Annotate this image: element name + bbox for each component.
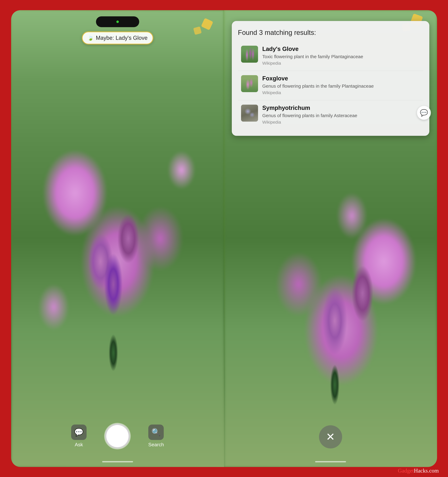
result-name-foxglove: Foxglove <box>262 75 420 82</box>
feedback-button[interactable]: 💬 <box>417 106 431 120</box>
ask-label: Ask <box>75 442 83 447</box>
search-button[interactable]: 🔍 Search <box>148 424 164 447</box>
results-title: Found 3 matching results: <box>238 29 423 36</box>
result-item-ladys-glove[interactable]: Lady's Glove Toxic flowering plant in th… <box>238 42 423 69</box>
close-icon: ✕ <box>326 430 335 443</box>
thumb-foxglove <box>241 75 258 92</box>
home-indicator-left <box>102 461 133 462</box>
watermark: GadgetHacks.com <box>398 467 439 474</box>
notch-dot <box>116 21 119 23</box>
maybe-text: Maybe: Lady's Glove <box>96 35 148 41</box>
flower-overlay-left <box>11 10 224 467</box>
ask-button[interactable]: 💬 Ask <box>71 424 87 447</box>
search-label: Search <box>148 442 164 447</box>
home-indicator-right <box>315 461 346 462</box>
screens-wrapper: 🍃 Maybe: Lady's Glove 💬 Ask 🔍 Search <box>11 10 437 467</box>
result-info-symphyotrichum: Symphyotrichum Genus of flowering plants… <box>262 105 420 125</box>
ask-icon: 💬 <box>71 424 87 440</box>
result-desc-symphyotrichum: Genus of flowering plants in family Aste… <box>262 113 420 119</box>
result-name-symphyotrichum: Symphyotrichum <box>262 105 420 111</box>
result-info-ladys-glove: Lady's Glove Toxic flowering plant in th… <box>262 46 420 66</box>
results-panel: Found 3 matching results: Lady's Glove T… <box>232 21 429 136</box>
left-phone-screen: 🍃 Maybe: Lady's Glove 💬 Ask 🔍 Search <box>11 10 224 467</box>
search-icon: 🔍 <box>148 424 164 440</box>
result-source-ladys-glove: Wikipedia <box>262 61 420 66</box>
bottom-controls-left: 💬 Ask 🔍 Search <box>11 424 224 448</box>
result-item-symphyotrichum[interactable]: Symphyotrichum Genus of flowering plants… <box>238 101 423 128</box>
result-name-ladys-glove: Lady's Glove <box>262 46 420 52</box>
app-container: 🍃 Maybe: Lady's Glove 💬 Ask 🔍 Search <box>0 0 448 477</box>
shutter-button[interactable] <box>105 424 130 448</box>
watermark-suffix: Hacks.com <box>414 468 439 474</box>
divider-2 <box>238 100 423 100</box>
feedback-icon: 💬 <box>420 109 428 117</box>
leaf-icon: 🍃 <box>88 35 94 41</box>
thumb-ladys-glove <box>241 46 258 63</box>
result-desc-foxglove: Genus of flowering plants in the family … <box>262 83 420 89</box>
watermark-brand: Gadget <box>398 468 414 474</box>
result-source-symphyotrichum: Wikipedia <box>262 120 420 125</box>
right-phone-screen: Found 3 matching results: Lady's Glove T… <box>224 10 437 467</box>
result-item-foxglove[interactable]: Foxglove Genus of flowering plants in th… <box>238 72 423 99</box>
result-info-foxglove: Foxglove Genus of flowering plants in th… <box>262 75 420 95</box>
thumb-symphyotrichum <box>241 105 258 122</box>
maybe-badge[interactable]: 🍃 Maybe: Lady's Glove <box>82 32 153 44</box>
close-button[interactable]: ✕ <box>319 425 342 448</box>
top-notch <box>96 16 139 27</box>
result-desc-ladys-glove: Toxic flowering plant in the family Plan… <box>262 54 420 60</box>
result-source-foxglove: Wikipedia <box>262 90 420 95</box>
